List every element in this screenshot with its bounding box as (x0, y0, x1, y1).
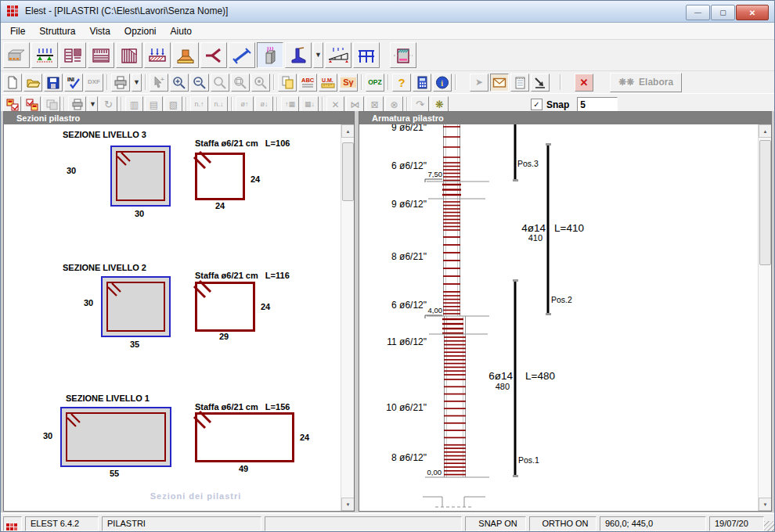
tool-frame-button[interactable] (353, 42, 380, 68)
save-section-button[interactable] (3, 96, 21, 113)
print-drawing-dropdown[interactable]: ▼ (88, 96, 98, 113)
tool-footing-button[interactable] (172, 42, 199, 68)
tool-wall-panel-button[interactable] (390, 42, 416, 68)
select-move-button[interactable]: + (150, 74, 168, 92)
status-app-version: ELEST 6.4.2 (25, 516, 99, 531)
units-button[interactable]: U.M. (319, 74, 337, 92)
ini-settings-button[interactable]: INI (64, 74, 83, 92)
tool-column-button[interactable] (257, 42, 283, 68)
print-button[interactable] (111, 74, 130, 92)
pointer-tool-button[interactable]: ➤ (470, 74, 488, 92)
window-next-button[interactable]: ▧ (164, 96, 182, 113)
zoom-extents-button[interactable] (251, 74, 270, 92)
print-dropdown[interactable]: ▼ (132, 74, 142, 92)
notes-icon (512, 75, 528, 90)
refresh-button[interactable]: ↻ (99, 96, 117, 113)
tool-node-button[interactable] (200, 42, 227, 68)
bar2-label: 4ø14 (521, 222, 546, 234)
stirrup-step-up-button[interactable]: ↑▦ (281, 96, 299, 113)
tool-truss-button[interactable] (325, 42, 351, 68)
scroll-down-button[interactable]: ▼ (341, 498, 354, 511)
info-button[interactable]: i (433, 74, 452, 92)
armatura-scrollbar[interactable]: ▲ ▼ (758, 124, 771, 511)
delete-zone-button[interactable]: ⊠ (366, 96, 384, 113)
status-date: 19/07/20 (709, 516, 764, 531)
snap-checkbox[interactable]: ✓ (531, 99, 542, 110)
help-button[interactable]: ? (392, 74, 411, 92)
tool-slab-section-button[interactable] (116, 42, 142, 68)
delete-row-button[interactable]: ⋈ (346, 96, 364, 113)
materials-button[interactable]: Sγ (339, 74, 358, 92)
tool-beam-on-soil-button[interactable] (31, 42, 58, 68)
dxf-export-button[interactable]: DXF (85, 74, 103, 92)
copy-export-button[interactable] (278, 74, 297, 92)
bars-count-up-button[interactable]: n.↑ (190, 96, 208, 113)
zoom-window-button[interactable] (231, 74, 250, 92)
copy-section-button[interactable] (42, 96, 60, 113)
elabora-button[interactable]: ❋❋ Elabora (610, 73, 682, 92)
delete-button[interactable]: ✕ (575, 74, 593, 92)
window-prev-button[interactable]: ▤ (145, 96, 163, 113)
tool-retaining-wall-button[interactable] (285, 42, 312, 68)
redo-button[interactable]: ↷ (411, 96, 429, 113)
options-button[interactable]: OPZ (366, 74, 384, 92)
text-options-button[interactable]: ABC (298, 74, 317, 92)
resize-grip[interactable] (764, 521, 775, 532)
notes-button[interactable] (510, 74, 529, 92)
panel-armatura-body: 9 ø6/21" 6 ø6/12" 9 ø6/12" 8 ø6/21" 6 ø6… (359, 124, 771, 511)
bars-count-down-button[interactable]: n.↓ (210, 96, 228, 113)
stirrup-label-g2: 6 ø6/12" (391, 160, 427, 171)
diameter-up-button[interactable]: ø↑ (236, 96, 254, 113)
close-button[interactable]: ✕ (736, 5, 769, 20)
tool-masonry-button[interactable] (3, 42, 30, 68)
menu-aiuto[interactable]: Aiuto (164, 24, 199, 38)
delete-bar-button[interactable]: ✕ (326, 96, 344, 113)
load-section-button[interactable] (23, 96, 41, 113)
save-button[interactable] (44, 74, 63, 92)
diameter-down-button[interactable]: ø↓ (255, 96, 273, 113)
status-snap[interactable]: SNAP ON (465, 516, 526, 531)
zoom-out-button[interactable] (190, 74, 209, 92)
level-0-00: 0,00 (427, 468, 442, 476)
report-envelope-button[interactable] (490, 74, 509, 92)
stirrup-step-down-button[interactable]: ▦↓ (301, 96, 319, 113)
tool-slab-joists-button[interactable] (88, 42, 114, 68)
snap-input[interactable] (577, 97, 618, 113)
footing-icon (175, 47, 196, 64)
scroll-down-button[interactable]: ▼ (759, 498, 771, 511)
delete-all-button[interactable]: ⊗ (385, 96, 403, 113)
menu-struttura[interactable]: Struttura (32, 24, 82, 38)
status-ortho[interactable]: ORTHO ON (529, 516, 597, 531)
column-view-icon: ▥ (130, 100, 139, 110)
panel-sezioni-body: SEZIONE LIVELLO 3 30 30 Staffa ø6/21 cm … (4, 124, 354, 511)
stirrup-label-g7: 10 ø6/21" (386, 402, 427, 413)
send-output-button[interactable] (531, 74, 550, 92)
tool-inclined-beam-button[interactable] (229, 42, 255, 68)
workspace: Sezioni pilastro SEZIONE LIVELLO 3 30 30… (1, 111, 775, 512)
scroll-up-button[interactable]: ▲ (759, 124, 771, 138)
calculator-button[interactable] (413, 74, 431, 92)
tool-slab-plan-button[interactable] (59, 42, 86, 68)
new-file-button[interactable] (3, 74, 22, 92)
column-view-button[interactable]: ▥ (125, 96, 143, 113)
scroll-up-button[interactable]: ▲ (341, 124, 354, 138)
scroll-thumb[interactable] (759, 140, 771, 265)
stirrup-label-g1: 9 ø6/21" (391, 124, 427, 133)
grid-up-icon: ↑▦ (285, 101, 295, 108)
minimize-button[interactable]: — (686, 5, 710, 20)
menu-vista[interactable]: Vista (82, 24, 117, 38)
print-drawing-button[interactable] (68, 96, 86, 113)
open-file-button[interactable] (23, 74, 42, 92)
tool-retaining-wall-dropdown[interactable]: ▼ (313, 42, 323, 68)
restore-button[interactable]: ▢ (711, 5, 735, 20)
sezioni-scrollbar[interactable]: ▲ ▼ (341, 124, 354, 511)
scroll-thumb[interactable] (342, 142, 354, 201)
zoom-in-button[interactable] (170, 74, 189, 92)
zoom-previous-button[interactable] (211, 74, 229, 92)
recalculate-button[interactable]: ❋ (431, 96, 449, 113)
pointer-gray-icon: ➤ (475, 77, 483, 87)
menu-opzioni[interactable]: Opzioni (117, 24, 164, 38)
menu-file[interactable]: File (3, 24, 32, 38)
column-icon (260, 46, 280, 65)
tool-loads-button[interactable] (144, 42, 171, 68)
